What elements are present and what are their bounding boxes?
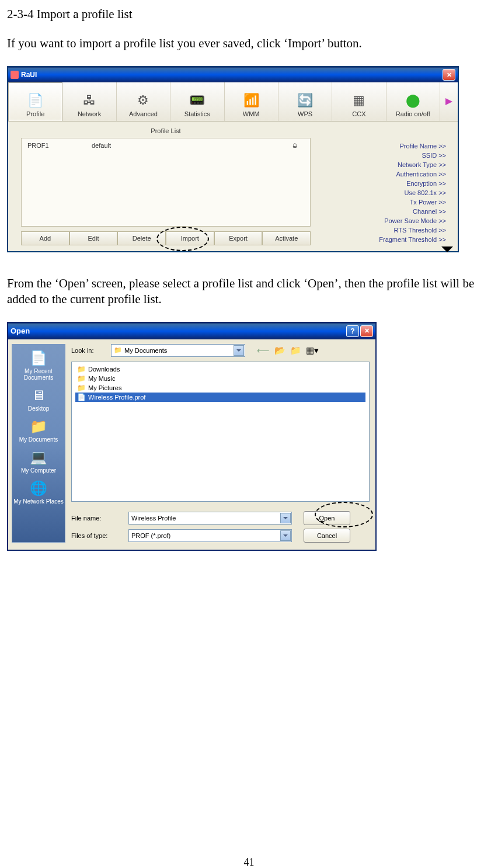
open-titlebar: Open ? ✕ — [8, 323, 375, 339]
raui-body: Profile List PROF1 default 🕭 Add Edit De… — [8, 121, 458, 251]
toolbar-label: Radio on/off — [396, 110, 430, 117]
detail-network-type: Network Type >> — [318, 160, 446, 169]
profile-list-label: Profile List — [14, 127, 318, 134]
up-folder-icon[interactable]: 📂 — [274, 345, 285, 356]
open-body: 📄 My Recent Documents 🖥 Desktop 📁 My Doc… — [8, 339, 375, 550]
ccx-icon: ▦ — [349, 92, 369, 109]
sidebar-network[interactable]: 🌐 My Network Places — [13, 478, 64, 505]
lookin-value: My Documents — [124, 347, 167, 354]
collapse-arrow-icon[interactable] — [441, 246, 453, 252]
toolbar-ccx[interactable]: ▦ CCX — [332, 82, 386, 121]
recent-icon: 📄 — [28, 348, 49, 368]
toolbar-label: Advanced — [129, 110, 158, 117]
file-name: Wireless Profile.prof — [88, 394, 145, 401]
filename-value: Wireless Profile — [131, 515, 176, 522]
toolbar-statistics[interactable]: 📟 Statistics — [170, 82, 224, 121]
delete-button[interactable]: Delete — [117, 231, 166, 245]
back-icon[interactable]: ⟵ — [257, 345, 270, 356]
sidebar-mycomputer[interactable]: 💻 My Computer — [21, 447, 56, 474]
export-button[interactable]: Export — [214, 231, 263, 245]
open-button[interactable]: Open — [304, 511, 350, 525]
list-item[interactable]: 📁 My Pictures — [75, 383, 365, 393]
btn-rest: pen — [324, 515, 335, 522]
folder-icon: 📁 — [76, 374, 86, 383]
open-main-area: Look in: 📁 My Documents ⟵ 📂 📁 ▦▾ 📁 Downl… — [65, 344, 370, 543]
filename-label: File name: — [71, 515, 124, 522]
paragraph-2: From the ‘Open’ screen, please select a … — [7, 276, 491, 307]
detail-ssid: SSID >> — [318, 151, 446, 160]
desktop-icon: 🖥 — [28, 386, 49, 405]
detail-rts: RTS Threshold >> — [318, 225, 446, 235]
nav-icons: ⟵ 📂 📁 ▦▾ — [257, 345, 319, 356]
lookin-label: Look in: — [71, 347, 106, 354]
network-icon: 🖧 — [79, 92, 99, 109]
sidebar-mydocs[interactable]: 📁 My Documents — [19, 416, 58, 443]
detail-channel: Channel >> — [318, 207, 446, 216]
filetype-combo[interactable]: PROF (*.prof) — [128, 529, 292, 542]
chevron-down-icon[interactable] — [280, 513, 291, 523]
open-title: Open — [11, 327, 30, 335]
toolbar-profile[interactable]: 📄 Profile — [8, 82, 62, 121]
chevron-down-icon[interactable] — [234, 345, 244, 356]
sidebar-item-label: Desktop — [28, 405, 50, 412]
folder-icon: 📁 — [114, 346, 122, 354]
toolbar-label: Network — [78, 110, 101, 117]
filetype-value: PROF (*.prof) — [131, 532, 170, 539]
toolbar-label: CCX — [352, 110, 365, 117]
profile-ssid: default — [92, 142, 156, 149]
wmm-icon: 📶 — [241, 92, 261, 109]
toolbar-wmm[interactable]: 📶 WMM — [225, 82, 278, 121]
statistics-icon: 📟 — [187, 92, 207, 109]
toolbar-label: WMM — [243, 110, 260, 117]
edit-button[interactable]: Edit — [69, 231, 118, 245]
profile-row[interactable]: PROF1 default 🕭 — [22, 138, 310, 152]
chevron-down-icon[interactable] — [280, 530, 291, 541]
file-list[interactable]: 📁 Downloads 📁 My Music 📁 My Pictures 📄 W… — [71, 362, 370, 502]
sidebar-desktop[interactable]: 🖥 Desktop — [28, 386, 50, 412]
detail-fragment: Fragment Threshold >> — [318, 235, 446, 244]
toolbar-network[interactable]: 🖧 Network — [62, 82, 116, 121]
details-panel: Profile Name >> SSID >> Network Type >> … — [318, 127, 452, 245]
filetype-label: Files of type: — [71, 532, 124, 539]
import-button[interactable]: Import — [166, 231, 214, 245]
close-icon[interactable]: ✕ — [443, 69, 455, 81]
toolbar-label: WPS — [298, 110, 312, 117]
paragraph-1: If you want to import a profile list you… — [7, 36, 491, 51]
list-item[interactable]: 📁 My Music — [75, 374, 365, 383]
section-heading: 2-3-4 Import a profile list — [7, 7, 491, 22]
detail-txpower: Tx Power >> — [318, 197, 446, 207]
close-icon[interactable]: ✕ — [360, 325, 373, 337]
lookin-combo[interactable]: 📁 My Documents — [111, 344, 245, 357]
radio-icon: ⬤ — [403, 92, 423, 109]
sidebar-recent[interactable]: 📄 My Recent Documents — [12, 348, 65, 381]
sidebar-item-label: My Recent Documents — [12, 368, 65, 381]
view-menu-icon[interactable]: ▦▾ — [306, 345, 319, 356]
filename-field[interactable]: Wireless Profile — [128, 512, 292, 525]
lookin-row: Look in: 📁 My Documents ⟵ 📂 📁 ▦▾ — [71, 344, 370, 357]
raui-toolbar: 📄 Profile 🖧 Network ⚙ Advanced 📟 Statist… — [8, 82, 458, 121]
file-name: Downloads — [88, 366, 120, 373]
toolbar-wps[interactable]: 🔄 WPS — [278, 82, 332, 121]
toolbar-advanced[interactable]: ⚙ Advanced — [117, 82, 170, 121]
activate-button[interactable]: Activate — [262, 231, 311, 245]
profile-list-box[interactable]: PROF1 default 🕭 — [21, 138, 311, 227]
cancel-button[interactable]: Cancel — [304, 529, 350, 543]
sidebar-item-label: My Documents — [19, 436, 58, 443]
mydocs-icon: 📁 — [28, 416, 49, 436]
raui-app-icon — [11, 71, 19, 79]
list-item[interactable]: 📄 Wireless Profile.prof — [75, 393, 365, 402]
detail-powersave: Power Save Mode >> — [318, 216, 446, 225]
detail-8021x: Use 802.1x >> — [318, 188, 446, 197]
toolbar-label: Statistics — [184, 110, 210, 117]
places-sidebar: 📄 My Recent Documents 🖥 Desktop 📁 My Doc… — [12, 344, 65, 543]
network-places-icon: 🌐 — [28, 478, 49, 498]
list-item[interactable]: 📁 Downloads — [75, 364, 365, 374]
profile-panel: Profile List PROF1 default 🕭 Add Edit De… — [14, 127, 318, 245]
folder-icon: 📁 — [76, 384, 86, 392]
filename-row: File name: Wireless Profile Open — [71, 511, 370, 525]
help-icon[interactable]: ? — [346, 325, 359, 337]
toolbar-radio[interactable]: ⬤ Radio on/off — [386, 82, 440, 121]
add-button[interactable]: Add — [21, 231, 69, 245]
new-folder-icon[interactable]: 📁 — [290, 345, 301, 356]
toolbar-more-arrow[interactable] — [440, 82, 458, 121]
